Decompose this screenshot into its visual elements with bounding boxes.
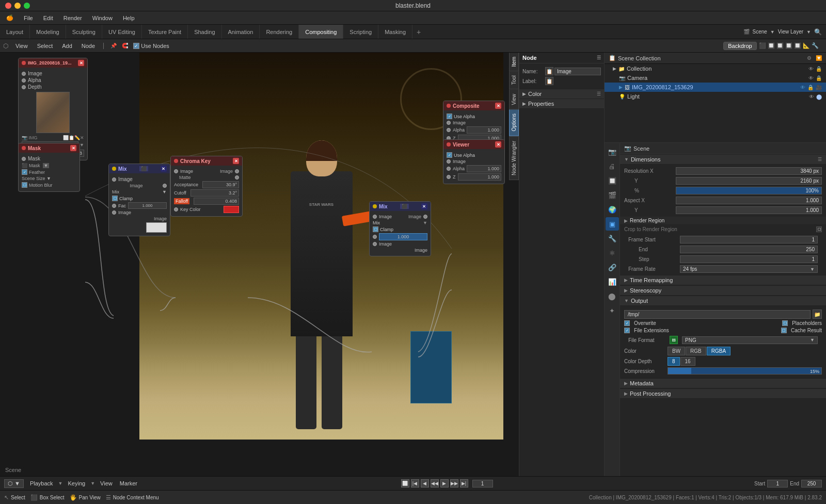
frame-start-val[interactable]: 1	[680, 236, 818, 243]
aspect-y-val[interactable]: 1.000	[676, 206, 822, 214]
node-editor-area[interactable]: STAR WARS	[0, 53, 604, 476]
chroma-fall-val[interactable]: 0.408	[194, 198, 239, 205]
outliner-sort[interactable]: 🔽	[816, 55, 822, 61]
render-region-header[interactable]: ▶ Render Region	[620, 217, 826, 225]
play-btn[interactable]: ▶	[440, 479, 449, 487]
use-nodes-toggle[interactable]: ✓ Use Nodes	[133, 43, 169, 49]
chroma-key-color[interactable]	[224, 206, 239, 213]
add-workspace-btn[interactable]: +	[412, 26, 425, 38]
minimize-btn[interactable]	[14, 3, 21, 9]
use-nodes-checkbox[interactable]: ✓	[133, 43, 139, 49]
properties-section-header[interactable]: ▶ Properties	[519, 99, 604, 109]
chroma-close[interactable]: ✕	[233, 158, 239, 164]
node-type-icon[interactable]: ⬡	[3, 42, 8, 50]
mix2-type[interactable]: ⬛	[400, 204, 409, 209]
compression-bar[interactable]: 15%	[668, 367, 822, 375]
traffic-lights[interactable]	[5, 3, 30, 9]
depth-8-btn[interactable]: 8	[668, 357, 680, 366]
pi-view-layer[interactable]: 🔲	[606, 174, 619, 187]
tab-modeling[interactable]: Modeling	[30, 25, 66, 39]
stereoscopy-header[interactable]: ▶ Stereoscopy	[620, 285, 826, 296]
prev-keyframe-btn[interactable]: |◀	[411, 479, 419, 487]
tab-compositing[interactable]: Compositing	[299, 25, 343, 39]
output-header[interactable]: ▼ Output	[620, 296, 826, 306]
side-tab-view[interactable]: View	[509, 90, 519, 110]
aspect-x-val[interactable]: 1.000	[676, 197, 822, 204]
mix2-clamp[interactable]: ☐	[373, 226, 378, 232]
comp-use-alpha[interactable]: ✓	[447, 113, 452, 119]
tl-view[interactable]: View	[98, 479, 115, 487]
motion-blur-check[interactable]: ☐	[22, 182, 27, 188]
coll-eye[interactable]: 👁	[808, 66, 814, 72]
mode-selector[interactable]: ⬡ ▼	[4, 479, 24, 488]
nt-select[interactable]: Select	[35, 42, 55, 50]
tab-layout[interactable]: Layout	[0, 25, 30, 39]
maximize-btn[interactable]	[24, 3, 30, 9]
tl-marker[interactable]: Marker	[118, 479, 139, 487]
tab-shading[interactable]: Shading	[188, 25, 221, 39]
node-panel-menu[interactable]: ☰	[597, 55, 601, 60]
mix-node-2[interactable]: Mix ⬛ ✕ Image Image Mix ▼ ☐ Clamp	[369, 201, 431, 256]
frame-step-val[interactable]: 1	[680, 255, 818, 263]
view-layer-selector[interactable]: View Layer	[778, 29, 803, 35]
end-frame[interactable]: 250	[801, 480, 822, 487]
outliner-collection[interactable]: ▶ 📁 Collection 👁 🔒	[605, 64, 826, 73]
tl-keying[interactable]: Keying	[66, 479, 88, 487]
menu-window[interactable]: Window	[90, 14, 115, 22]
mask-node[interactable]: Mask ✕ Mask ⬛ Mask ▼ ✓ Feather	[18, 143, 80, 192]
res-pct-val[interactable]: 100%	[676, 187, 822, 194]
mix2-fac-val[interactable]: 1.000	[379, 233, 427, 240]
pi-render[interactable]: 📷	[606, 145, 619, 158]
side-tab-options[interactable]: Options	[509, 109, 519, 136]
pi-world[interactable]: 🌍	[606, 203, 619, 216]
menu-help[interactable]: Help	[121, 14, 137, 22]
viewer-use-alpha[interactable]: ✓	[447, 152, 452, 158]
viewer-close[interactable]: ✕	[495, 141, 501, 148]
menu-render[interactable]: Render	[61, 14, 84, 22]
outliner-filter[interactable]: ⚙	[807, 55, 812, 61]
tl-pb-arrow[interactable]: ▼	[58, 481, 63, 486]
img-node-close[interactable]: ✕	[78, 60, 84, 66]
cache-check[interactable]: ☐	[781, 328, 787, 333]
prev-frame-btn[interactable]: ◀	[421, 479, 429, 487]
color-sect-menu[interactable]: ☰	[597, 91, 601, 96]
current-frame[interactable]: 1	[472, 480, 493, 487]
feather-check[interactable]: ✓	[22, 169, 27, 175]
tl-key-arrow[interactable]: ▼	[90, 481, 95, 486]
img-restrict2[interactable]: 👁	[800, 85, 805, 90]
file-ext-check[interactable]: ✓	[624, 328, 630, 333]
frame-rate-val[interactable]: 24 fps ▼	[680, 265, 818, 273]
chroma-acc-val[interactable]: 30.9°	[202, 181, 239, 188]
nt-add[interactable]: Add	[60, 42, 74, 50]
output-folder-btn[interactable]: 📁	[813, 310, 822, 319]
color-bw-btn[interactable]: BW	[668, 347, 685, 355]
mix1-clamp[interactable]: ☐	[112, 196, 118, 201]
outliner-camera[interactable]: 📷 Camera 👁 🔒	[605, 73, 826, 83]
close-btn[interactable]	[5, 3, 11, 9]
ff-dropdown[interactable]: PNG ▼	[682, 336, 818, 344]
next-step-btn[interactable]: ▶▶	[450, 479, 458, 487]
mix1-fac-val[interactable]: 1.000	[128, 202, 167, 209]
color-section-header[interactable]: ▶ Color ☰	[519, 89, 604, 99]
depth-16-btn[interactable]: 16	[680, 357, 695, 366]
comp-close[interactable]: ✕	[495, 103, 501, 109]
tab-sculpting[interactable]: Sculpting	[66, 25, 102, 39]
comp-alpha-val[interactable]: 1.000	[467, 126, 501, 134]
menu-file[interactable]: File	[22, 14, 35, 22]
outliner-light[interactable]: 💡 Light 👁 ⬤	[605, 92, 826, 101]
tab-animation[interactable]: Animation	[222, 25, 260, 39]
chroma-cut-val[interactable]: 3.2°	[190, 189, 239, 197]
coll-restrict[interactable]: 🔒	[816, 66, 822, 72]
coll-expand[interactable]: ▶	[613, 66, 616, 71]
frame-end-val[interactable]: 250	[680, 246, 818, 253]
tab-scripting[interactable]: Scripting	[343, 25, 378, 39]
dimensions-header[interactable]: ▼ Dimensions ☰	[620, 154, 826, 165]
prev-step-btn[interactable]: ◀◀	[431, 479, 439, 487]
cam-eye[interactable]: 👁	[808, 75, 814, 81]
menu-edit[interactable]: Edit	[41, 14, 55, 22]
metadata-header[interactable]: ▶ Metadata	[620, 378, 826, 388]
time-remap-header[interactable]: ▶ Time Remapping	[620, 275, 826, 285]
nt-node[interactable]: Node	[80, 42, 97, 50]
tab-uv-editing[interactable]: UV Editing	[102, 25, 142, 39]
pi-material[interactable]: ⬤	[606, 289, 619, 303]
